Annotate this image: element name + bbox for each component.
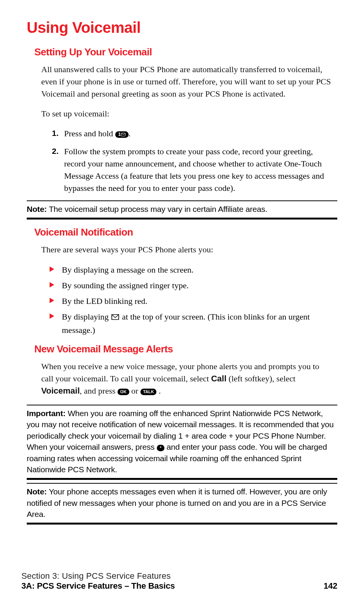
alerts-paragraph: When you receive a new voice message, yo… xyxy=(41,360,333,397)
ok-key-icon: OK xyxy=(118,389,129,395)
note-phone-off: Note: Your phone accepts messages even w… xyxy=(27,483,337,525)
heading-alerts: New Voicemail Message Alerts xyxy=(34,343,337,355)
footer-subsection: 3A: PCS Service Features – The Basics xyxy=(21,581,175,591)
envelope-blink-icon xyxy=(111,311,120,324)
page-title: Using Voicemail xyxy=(27,19,337,36)
step-1-text-b: . xyxy=(129,129,131,138)
setup-intro: All unanswered calls to your PCS Phone a… xyxy=(41,63,333,100)
list-item: By displaying at the top of your screen.… xyxy=(50,310,333,336)
step-number: 1. xyxy=(52,128,59,139)
setup-lead: To set up voicemail: xyxy=(41,108,333,120)
note-label: Note: xyxy=(27,487,47,496)
heading-notification: Voicemail Notification xyxy=(34,226,337,238)
note-setup-vary: Note: The voicemail setup process may va… xyxy=(27,200,337,220)
important-roaming: Important: When you are roaming off the … xyxy=(27,405,337,480)
notification-intro: There are several ways your PCS Phone al… xyxy=(41,244,333,256)
triangle-bullet-icon xyxy=(50,282,54,287)
step-1-text-a: Press and hold xyxy=(64,129,115,138)
step-number: 2. xyxy=(52,145,59,157)
page-footer: Section 3: Using PCS Service Features 3A… xyxy=(21,571,337,591)
notification-list: By displaying a message on the screen. B… xyxy=(50,263,333,336)
triangle-bullet-icon xyxy=(50,266,54,272)
list-item: By sounding the assigned ringer type. xyxy=(50,279,333,292)
note-text: The voicemail setup process may vary in … xyxy=(47,205,267,213)
key-1-voicemail-icon: 1 xyxy=(115,131,129,138)
important-label: Important: xyxy=(27,409,66,418)
step-2: 2. Follow the system prompts to create y… xyxy=(52,145,333,194)
item4-text-a: By displaying xyxy=(62,312,111,321)
list-item: By displaying a message on the screen. xyxy=(50,263,333,276)
heading-setup: Setting Up Your Voicemail xyxy=(34,46,337,58)
footer-section: Section 3: Using PCS Service Features xyxy=(21,571,337,581)
call-softkey-label: Call xyxy=(211,374,226,383)
step-2-text: Follow the system prompts to create your… xyxy=(64,147,324,193)
note-text: Your phone accepts messages even when it… xyxy=(27,487,327,518)
page-number: 142 xyxy=(324,581,337,591)
star-key-icon: * xyxy=(157,445,164,451)
triangle-bullet-icon xyxy=(50,313,54,319)
voicemail-label: Voicemail xyxy=(41,386,80,396)
setup-steps: 1. Press and hold 1. 2. Follow the syste… xyxy=(52,128,333,194)
step-1: 1. Press and hold 1. xyxy=(52,128,333,140)
page-content: Using Voicemail Setting Up Your Voicemai… xyxy=(0,0,364,525)
triangle-bullet-icon xyxy=(50,298,54,303)
list-item: By the LED blinking red. xyxy=(50,295,333,307)
talk-key-icon: TALK xyxy=(140,389,157,395)
note-label: Note: xyxy=(27,205,47,213)
